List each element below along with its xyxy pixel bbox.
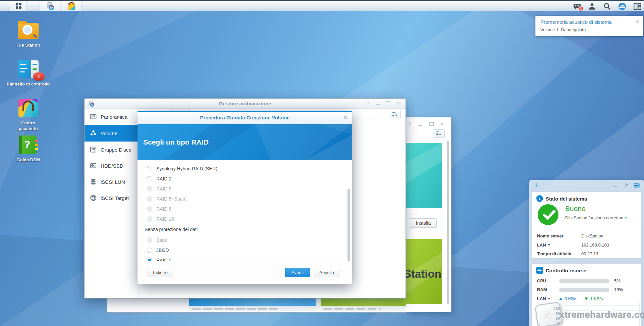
search-icon [603,3,611,10]
package-banner-teal [406,143,442,208]
widgets-button[interactable] [633,2,641,10]
lan-meter: LAN 0 KB/s 1 KB/s [537,296,636,301]
notifications-button[interactable]: 1 [573,2,581,10]
minimize-icon[interactable] [375,101,381,106]
raid-option-jbod[interactable]: JBOD [147,246,169,254]
help-icon[interactable] [407,121,413,127]
notification-badge: 1 [578,6,583,11]
desktop-icon-package-center[interactable]: Centro pacchetti [3,98,53,131]
status-row-uptime: Tempo di attività 00:27:13 [537,251,636,256]
desktop-icon-label: Centro pacchetti [3,120,53,131]
section-label: Senza protezione dei dati [145,227,198,232]
control-panel-badge: 1 [33,72,45,80]
search-button[interactable] [603,2,611,10]
radio-icon[interactable] [147,166,152,171]
main-menu-button[interactable] [10,1,27,11]
storage-sidebar: Panoramica Volume Gruppo D [85,109,139,298]
add-widget-button[interactable]: + [534,181,538,189]
close-icon[interactable] [439,121,445,127]
maximize-icon[interactable] [429,121,434,127]
widget-panel-controls [612,183,640,188]
lan-dropdown[interactable]: LAN [537,296,559,301]
raid-option-raid5-spare: RAID 5+Spare [147,195,187,203]
ram-progressbar [559,288,609,292]
hdd-icon [90,162,97,169]
user-menu-button[interactable] [588,2,596,10]
minimize-icon[interactable] [418,121,423,127]
lan-traffic-chart [562,303,640,326]
desktop-icon-file-station[interactable]: File Station [3,20,53,48]
close-icon[interactable]: ✕ [635,19,640,25]
main-menu-icon [16,3,21,9]
back-button[interactable]: Indietro [148,268,173,277]
package-banner-text: Station [404,268,441,280]
window-titlebar[interactable]: Gestore archiviazione [85,99,406,109]
overview-icon [90,113,97,120]
package-center-scrollbar[interactable] [447,141,449,304]
raid-option-raid10: RAID 10 [147,215,174,223]
y-tick: 100 [550,307,560,311]
close-icon[interactable]: ✕ [343,115,347,121]
resource-monitor-card: Controllo risorse CPU 5% RAM 19% LAN [532,263,641,326]
sort-icon [436,131,441,136]
y-tick: 40 [550,321,560,325]
taskbar-package-center-button[interactable] [61,1,82,11]
install-button[interactable]: Installa [410,218,437,228]
close-icon[interactable] [395,101,401,106]
desktop-icon-label: Guida DSM [3,157,53,163]
sidebar-item-hdd-ssd[interactable]: HDD/SSD [85,158,139,174]
cancel-button[interactable]: Annulla [314,268,339,277]
radio-icon [147,216,152,222]
desktop-icon-label: File Station [3,42,53,48]
radio-icon [147,186,152,192]
notification-toast: Promemoria acustico di sistema Volume 1:… [535,16,643,36]
user-icon [588,3,596,10]
next-button[interactable]: Avanti [285,268,310,277]
raid-option-raid6: RAID 6 [147,205,171,213]
sort-icon [392,112,397,117]
raid-option-label: RAID 1 [156,176,171,181]
dialog-scrollbar[interactable] [347,189,350,266]
sidebar-item-panoramica[interactable]: Panoramica [85,109,139,125]
cpu-progressbar [559,279,609,283]
system-health-button[interactable] [618,2,626,10]
maximize-icon[interactable] [385,101,391,106]
raid-option-raid5: RAID 5 [147,185,171,193]
sort-button[interactable] [389,110,401,118]
system-status-card: i Stato del sistema Buono DiskStation fu… [532,192,641,259]
panel-settings-icon[interactable] [634,183,640,188]
raid-option-raid1[interactable]: RAID 1 [147,175,171,183]
window-title: Gestore archiviazione [85,101,406,106]
radio-icon[interactable] [147,248,152,253]
radio-icon [147,237,152,243]
notification-body: Volume 1: Danneggiato [540,27,586,32]
sidebar-item-volume[interactable]: Volume [85,125,139,142]
desktop-icon-control-panel[interactable]: 1 Pannello di controllo [3,59,53,87]
taskbar-storage-manager-button[interactable] [40,1,60,11]
minimize-icon[interactable] [612,183,618,188]
sidebar-item-iscsi-target[interactable]: iSCSI Target [85,190,139,206]
radio-icon[interactable] [147,176,152,181]
system-status-title: Stato del sistema [546,196,587,202]
help-icon[interactable] [365,101,371,106]
pin-icon[interactable] [623,183,629,188]
wizard-body: Synology Hybrid RAID (SHR) RAID 1 RAID 5… [138,160,352,261]
raid-option-shr[interactable]: Synology Hybrid RAID (SHR) [147,165,217,173]
sidebar-item-iscsi-lun[interactable]: iSCSI LUN [85,174,139,190]
desktop-icon-dsm-help[interactable]: ? Guida DSM [3,135,53,163]
status-row-server: Nome server DiskStation [537,233,636,238]
lan-dropdown[interactable]: LAN [537,242,581,248]
raid-option-label: RAID 6 [156,206,171,212]
package-caption [189,307,316,311]
volume-creation-wizard: Procedura Guidata Creazione Volume ✕ Sce… [138,111,352,284]
sidebar-item-label: HDD/SSD [101,163,123,169]
sidebar-item-gruppo-disco[interactable]: Gruppo Disco [85,142,139,158]
dsm-desktop: Installa Station [0,0,644,326]
sort-button[interactable] [433,129,445,138]
sidebar-item-label: Volume [101,130,117,136]
resource-monitor-title: Controllo risorse [546,268,586,273]
sidebar-item-label: Gruppo Disco [101,147,131,153]
dialog-header[interactable]: Procedura Guidata Creazione Volume ✕ [138,112,352,124]
wizard-banner: Scegli un tipo RAID [138,124,352,160]
package-center-icon [67,2,76,10]
